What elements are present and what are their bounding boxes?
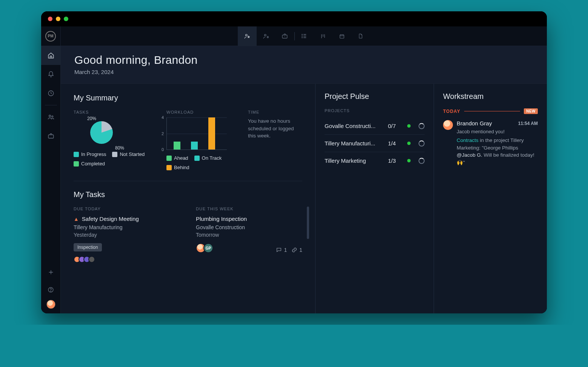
- clock-icon: [48, 90, 54, 97]
- time-text: You have no hours scheduled or logged th…: [248, 117, 302, 140]
- loading-spinner-icon: [419, 140, 425, 146]
- topnav-tab-settings[interactable]: [257, 26, 276, 46]
- svg-point-1: [49, 115, 51, 117]
- topnav-tab-board[interactable]: [314, 26, 332, 46]
- due-today-column: DUE TODAY ▲ Safety Design Meeting Tiller…: [74, 207, 180, 263]
- project-name: Tillery Marketing: [325, 157, 379, 164]
- workload-label: WORKLOAD: [166, 110, 234, 114]
- svg-point-10: [302, 34, 302, 35]
- project-count: 0/7: [388, 123, 402, 129]
- task-title: Plumbing Inspection: [196, 216, 247, 222]
- page-date: March 23, 2024: [74, 69, 547, 75]
- section-divider: [74, 181, 302, 181]
- sidebar-item-notifications[interactable]: [41, 65, 61, 84]
- comments-icon: [276, 247, 282, 253]
- tasks-pct-not-started: 20%: [87, 116, 96, 121]
- ytick-4: 4: [162, 115, 164, 120]
- svg-point-5: [51, 291, 51, 291]
- task-project: Tillery Manufacturing: [74, 224, 180, 230]
- bar-ahead: [174, 142, 180, 150]
- legend-completed: Completed: [81, 161, 105, 167]
- tasks-pie-chart: 20% 80%: [86, 117, 117, 148]
- comments-count: 1: [284, 247, 287, 253]
- project-pulse-title: Project Pulse: [325, 92, 425, 101]
- bar-behind: [208, 117, 215, 150]
- task-project: Govalle Construction: [196, 224, 302, 230]
- project-name: Govalle Constructi...: [325, 123, 379, 129]
- sidebar-item-recent[interactable]: [41, 84, 61, 103]
- home-icon: [48, 52, 54, 59]
- help-icon: [48, 287, 54, 293]
- loading-spinner-icon: [419, 123, 425, 129]
- summary-workload-panel: WORKLOAD 4 2 0: [166, 110, 234, 170]
- calendar-icon: [339, 33, 345, 39]
- topnav-tab-list[interactable]: [295, 26, 314, 46]
- sidebar-user-avatar[interactable]: [46, 300, 55, 309]
- task-assignees: [74, 256, 180, 263]
- status-dot-icon: [407, 142, 411, 145]
- summary-time-panel: TIME You have no hours scheduled or logg…: [248, 110, 302, 170]
- window-titlebar: [41, 11, 547, 26]
- summary-tasks-panel: TASKS 20% 80% In Progress Not Started Co…: [74, 110, 153, 170]
- page-header: Good morning, Brandon March 23, 2024: [61, 46, 547, 84]
- feed-time: 11:54 AM: [518, 121, 538, 126]
- svg-point-7: [264, 34, 266, 36]
- feed-mention[interactable]: @Jacob G.: [457, 152, 482, 158]
- topnav-tab-calendar[interactable]: [332, 26, 351, 46]
- bell-icon: [48, 71, 54, 78]
- legend-in-progress: In Progress: [81, 151, 106, 157]
- topnav-tab-my-work[interactable]: [238, 26, 257, 46]
- feed-item[interactable]: Brandon Gray 11:54 AM Jacob mentioned yo…: [443, 120, 538, 166]
- task-tag[interactable]: Inspection: [74, 243, 102, 251]
- legend-ahead: Ahead: [174, 155, 188, 161]
- plus-icon: [48, 269, 54, 275]
- task-item[interactable]: ▲ Safety Design Meeting Tillery Manufact…: [74, 216, 180, 263]
- sidebar-item-projects[interactable]: [41, 126, 61, 145]
- svg-point-2: [51, 116, 53, 117]
- svg-point-12: [302, 37, 302, 38]
- tasks-label: TASKS: [74, 110, 153, 114]
- briefcase-icon: [48, 133, 54, 139]
- feed-link[interactable]: Contracts: [457, 137, 479, 143]
- svg-rect-3: [48, 135, 54, 138]
- project-row[interactable]: Tillery Marketing 1/3: [325, 152, 425, 169]
- feed-subtitle: Jacob mentioned you!: [457, 129, 538, 134]
- task-when: Yesterday: [74, 232, 180, 238]
- app-window: PM: [41, 11, 547, 313]
- app-logo[interactable]: PM: [41, 26, 61, 46]
- window-minimize-icon[interactable]: [56, 17, 60, 21]
- window-close-icon[interactable]: [48, 17, 52, 21]
- feed-avatar: [443, 120, 453, 130]
- scrollbar-thumb[interactable]: [307, 207, 309, 239]
- status-dot-icon: [407, 124, 411, 128]
- bar-on-track: [191, 142, 198, 150]
- project-row[interactable]: Tillery Manufacturi... 1/4: [325, 135, 425, 152]
- workstream-title: Workstream: [443, 92, 538, 101]
- legend-on-track: On Track: [202, 155, 222, 161]
- project-count: 1/3: [388, 157, 402, 164]
- ytick-0: 0: [162, 147, 164, 152]
- sidebar-item-home[interactable]: [41, 46, 61, 65]
- sidebar-divider: [45, 105, 57, 105]
- topnav-tab-file[interactable]: [351, 26, 370, 46]
- window-zoom-icon[interactable]: [64, 17, 68, 21]
- ytick-2: 2: [162, 131, 164, 136]
- task-item[interactable]: Plumbing Inspection Govalle Construction…: [196, 216, 302, 253]
- svg-point-11: [302, 36, 302, 36]
- sidebar-help-button[interactable]: [41, 282, 61, 297]
- due-week-label: DUE THIS WEEK: [196, 207, 302, 211]
- warning-icon: ▲: [74, 216, 79, 222]
- topnav-tab-briefcase[interactable]: [276, 26, 294, 46]
- project-name: Tillery Manufacturi...: [325, 140, 379, 146]
- today-label: TODAY: [443, 109, 460, 114]
- sidebar-add-button[interactable]: [41, 265, 61, 279]
- board-icon: [320, 33, 326, 39]
- main-content: Good morning, Brandon March 23, 2024 My …: [61, 26, 547, 313]
- file-icon: [358, 33, 363, 39]
- svg-point-6: [245, 34, 247, 36]
- due-week-column: DUE THIS WEEK Plumbing Inspection Govall…: [196, 207, 302, 263]
- avatar-initials: GP: [203, 243, 213, 253]
- tasks-pct-in-progress: 80%: [115, 145, 124, 151]
- sidebar-item-team[interactable]: [41, 108, 61, 126]
- project-row[interactable]: Govalle Constructi... 0/7: [325, 117, 425, 135]
